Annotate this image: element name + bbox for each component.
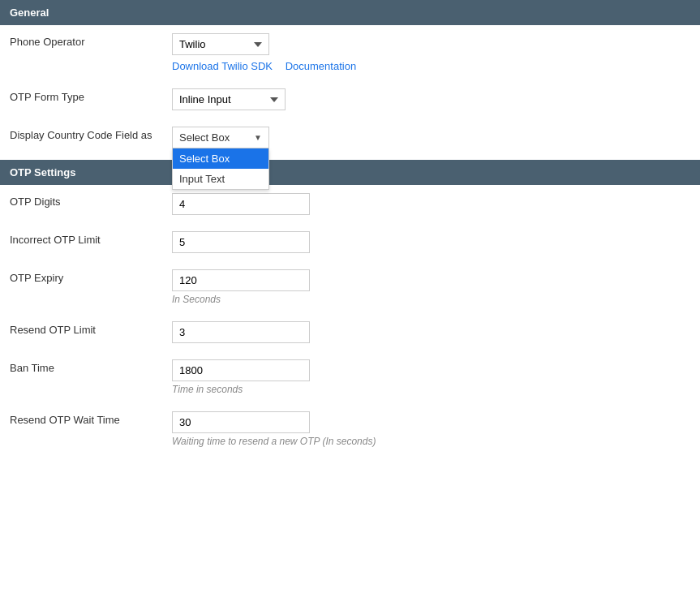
dropdown-item-select-box[interactable]: Select Box	[173, 148, 268, 169]
display-country-selected-value: Select Box	[179, 131, 230, 144]
chevron-down-icon: ▼	[254, 133, 262, 142]
incorrect-otp-label: Incorrect OTP Limit	[0, 223, 162, 261]
display-country-dropdown-trigger[interactable]: Select Box ▼	[172, 127, 269, 148]
ban-time-row: Ban Time Time in seconds	[0, 351, 700, 403]
display-country-label: Display Country Code Field as	[0, 118, 162, 157]
otp-digits-value-cell	[162, 185, 700, 223]
resend-otp-limit-input[interactable]	[172, 321, 310, 343]
resend-otp-limit-label: Resend OTP Limit	[0, 313, 162, 351]
resend-wait-row: Resend OTP Wait Time Waiting time to res…	[0, 403, 700, 455]
otp-form-type-label: OTP Form Type	[0, 80, 162, 118]
otp-header-text: OTP Settings	[10, 166, 75, 178]
general-header-text: General	[10, 6, 49, 19]
phone-operator-label: Phone Operator	[0, 25, 162, 80]
download-twilio-sdk-link[interactable]: Download Twilio SDK	[172, 60, 273, 72]
resend-wait-hint: Waiting time to resend a new OTP (In sec…	[172, 436, 690, 447]
otp-form-type-select[interactable]: Inline Input Select Box	[172, 88, 286, 110]
otp-expiry-row: OTP Expiry In Seconds	[0, 261, 700, 313]
otp-section-header: OTP Settings	[0, 160, 700, 185]
ban-time-value-cell: Time in seconds	[162, 351, 700, 403]
resend-wait-label: Resend OTP Wait Time	[0, 403, 162, 455]
phone-operator-value-cell: Twilio Download Twilio SDK Documentation	[162, 25, 700, 80]
page-container: General Phone Operator Twilio Download T…	[0, 0, 700, 602]
general-settings-table: Phone Operator Twilio Download Twilio SD…	[0, 25, 700, 157]
ban-time-input[interactable]	[172, 359, 310, 381]
ban-time-hint: Time in seconds	[172, 384, 690, 395]
display-country-value-cell: Select Box ▼ Select Box Input Text	[162, 118, 700, 157]
resend-wait-value-cell: Waiting time to resend a new OTP (In sec…	[162, 403, 700, 455]
general-section-header: General	[0, 0, 700, 25]
phone-operator-row: Phone Operator Twilio Download Twilio SD…	[0, 25, 700, 80]
resend-wait-input[interactable]	[172, 411, 310, 433]
dropdown-item-input-text[interactable]: Input Text	[173, 169, 268, 189]
otp-expiry-value-cell: In Seconds	[162, 261, 700, 313]
otp-expiry-label: OTP Expiry	[0, 261, 162, 313]
display-country-dropdown-wrapper: Select Box ▼ Select Box Input Text	[172, 127, 269, 148]
otp-digits-label: OTP Digits	[0, 185, 162, 223]
otp-form-type-row: OTP Form Type Inline Input Select Box	[0, 80, 700, 118]
otp-expiry-hint: In Seconds	[172, 294, 690, 305]
otp-digits-row: OTP Digits	[0, 185, 700, 223]
otp-settings-table: OTP Digits Incorrect OTP Limit OTP Expir…	[0, 185, 700, 455]
otp-digits-input[interactable]	[172, 193, 310, 215]
sdk-links: Download Twilio SDK Documentation	[172, 60, 690, 72]
incorrect-otp-value-cell	[162, 223, 700, 261]
resend-otp-limit-row: Resend OTP Limit	[0, 313, 700, 351]
display-country-dropdown-menu: Select Box Input Text	[172, 148, 269, 190]
resend-otp-limit-value-cell	[162, 313, 700, 351]
otp-expiry-input[interactable]	[172, 269, 310, 291]
documentation-link[interactable]: Documentation	[286, 60, 356, 72]
otp-form-type-value-cell: Inline Input Select Box	[162, 80, 700, 118]
incorrect-otp-input[interactable]	[172, 231, 310, 253]
phone-operator-select[interactable]: Twilio	[172, 33, 269, 55]
display-country-row: Display Country Code Field as Select Box…	[0, 118, 700, 157]
ban-time-label: Ban Time	[0, 351, 162, 403]
incorrect-otp-row: Incorrect OTP Limit	[0, 223, 700, 261]
